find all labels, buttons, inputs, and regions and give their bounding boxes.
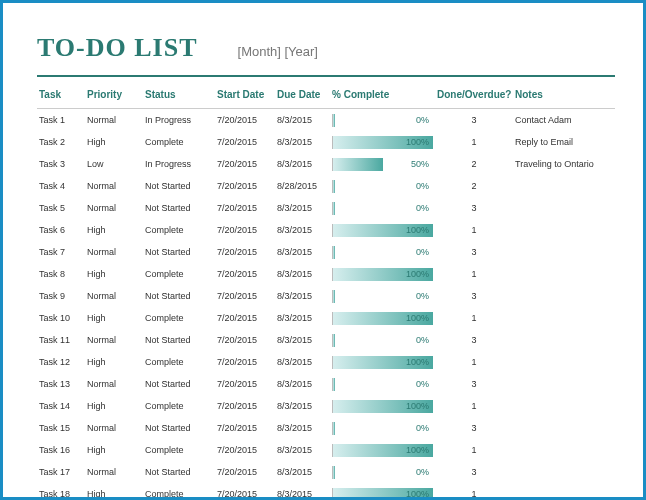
pct-databar: 100% <box>332 312 433 325</box>
cell-pct: 0% <box>330 461 435 483</box>
page-subtitle: [Month] [Year] <box>238 44 318 59</box>
cell-due: 8/3/2015 <box>275 241 330 263</box>
cell-notes: Reply to Email <box>513 131 615 153</box>
worksheet: TO-DO LIST [Month] [Year] Task Priority … <box>3 3 643 500</box>
pct-databar: 0% <box>332 422 433 435</box>
cell-done: 1 <box>435 307 513 329</box>
cell-status: Complete <box>143 263 215 285</box>
col-header-notes: Notes <box>513 81 615 109</box>
table-row: Task 4NormalNot Started7/20/20158/28/201… <box>37 175 615 197</box>
page-title: TO-DO LIST <box>37 33 198 63</box>
header-row: Task Priority Status Start Date Due Date… <box>37 81 615 109</box>
table-row: Task 13NormalNot Started7/20/20158/3/201… <box>37 373 615 395</box>
cell-pct: 0% <box>330 417 435 439</box>
pct-label: 100% <box>406 136 429 149</box>
cell-status: Not Started <box>143 175 215 197</box>
table-row: Task 1NormalIn Progress7/20/20158/3/2015… <box>37 109 615 132</box>
cell-done: 1 <box>435 219 513 241</box>
cell-status: Not Started <box>143 329 215 351</box>
cell-pct: 100% <box>330 131 435 153</box>
todo-table: Task Priority Status Start Date Due Date… <box>37 81 615 500</box>
pct-bar-fill <box>333 290 335 303</box>
pct-label: 0% <box>416 422 429 435</box>
cell-task: Task 7 <box>37 241 85 263</box>
cell-pct: 0% <box>330 373 435 395</box>
cell-done: 3 <box>435 241 513 263</box>
cell-due: 8/28/2015 <box>275 175 330 197</box>
cell-priority: Normal <box>85 197 143 219</box>
cell-status: Not Started <box>143 417 215 439</box>
pct-bar-fill <box>333 180 335 193</box>
cell-pct: 100% <box>330 395 435 417</box>
table-row: Task 12HighComplete7/20/20158/3/2015100%… <box>37 351 615 373</box>
cell-due: 8/3/2015 <box>275 483 330 500</box>
cell-status: Not Started <box>143 373 215 395</box>
pct-databar: 0% <box>332 378 433 391</box>
cell-start: 7/20/2015 <box>215 307 275 329</box>
cell-notes <box>513 439 615 461</box>
col-header-status: Status <box>143 81 215 109</box>
pct-databar: 100% <box>332 268 433 281</box>
cell-task: Task 14 <box>37 395 85 417</box>
pct-bar-fill <box>333 246 335 259</box>
pct-label: 100% <box>406 488 429 501</box>
pct-label: 0% <box>416 114 429 127</box>
cell-start: 7/20/2015 <box>215 197 275 219</box>
pct-databar: 100% <box>332 400 433 413</box>
cell-task: Task 1 <box>37 109 85 132</box>
cell-notes <box>513 395 615 417</box>
cell-done: 2 <box>435 175 513 197</box>
col-header-task: Task <box>37 81 85 109</box>
cell-task: Task 11 <box>37 329 85 351</box>
cell-done: 1 <box>435 483 513 500</box>
cell-start: 7/20/2015 <box>215 461 275 483</box>
cell-status: In Progress <box>143 153 215 175</box>
cell-notes <box>513 263 615 285</box>
pct-label: 100% <box>406 444 429 457</box>
cell-done: 3 <box>435 417 513 439</box>
cell-notes <box>513 351 615 373</box>
cell-task: Task 4 <box>37 175 85 197</box>
cell-due: 8/3/2015 <box>275 263 330 285</box>
table-row: Task 8HighComplete7/20/20158/3/2015100%1 <box>37 263 615 285</box>
cell-priority: Normal <box>85 241 143 263</box>
cell-notes: Contact Adam <box>513 109 615 132</box>
cell-start: 7/20/2015 <box>215 109 275 132</box>
cell-status: Not Started <box>143 285 215 307</box>
pct-databar: 0% <box>332 202 433 215</box>
cell-status: Not Started <box>143 461 215 483</box>
pct-databar: 0% <box>332 290 433 303</box>
pct-databar: 0% <box>332 246 433 259</box>
cell-done: 1 <box>435 439 513 461</box>
cell-priority: High <box>85 351 143 373</box>
table-row: Task 17NormalNot Started7/20/20158/3/201… <box>37 461 615 483</box>
cell-status: Complete <box>143 131 215 153</box>
table-row: Task 7NormalNot Started7/20/20158/3/2015… <box>37 241 615 263</box>
cell-task: Task 16 <box>37 439 85 461</box>
table-row: Task 14HighComplete7/20/20158/3/2015100%… <box>37 395 615 417</box>
title-row: TO-DO LIST [Month] [Year] <box>37 33 615 63</box>
cell-pct: 100% <box>330 219 435 241</box>
cell-start: 7/20/2015 <box>215 373 275 395</box>
cell-status: Complete <box>143 395 215 417</box>
cell-start: 7/20/2015 <box>215 329 275 351</box>
pct-bar-fill <box>333 202 335 215</box>
table-row: Task 11NormalNot Started7/20/20158/3/201… <box>37 329 615 351</box>
cell-priority: High <box>85 483 143 500</box>
pct-databar: 100% <box>332 136 433 149</box>
cell-priority: High <box>85 263 143 285</box>
cell-priority: Normal <box>85 417 143 439</box>
cell-due: 8/3/2015 <box>275 153 330 175</box>
cell-notes <box>513 307 615 329</box>
cell-start: 7/20/2015 <box>215 219 275 241</box>
cell-status: Not Started <box>143 241 215 263</box>
cell-start: 7/20/2015 <box>215 241 275 263</box>
cell-task: Task 3 <box>37 153 85 175</box>
cell-pct: 0% <box>330 109 435 132</box>
cell-done: 1 <box>435 351 513 373</box>
pct-label: 100% <box>406 268 429 281</box>
pct-label: 0% <box>416 290 429 303</box>
cell-task: Task 6 <box>37 219 85 241</box>
cell-priority: Normal <box>85 109 143 132</box>
pct-databar: 100% <box>332 356 433 369</box>
